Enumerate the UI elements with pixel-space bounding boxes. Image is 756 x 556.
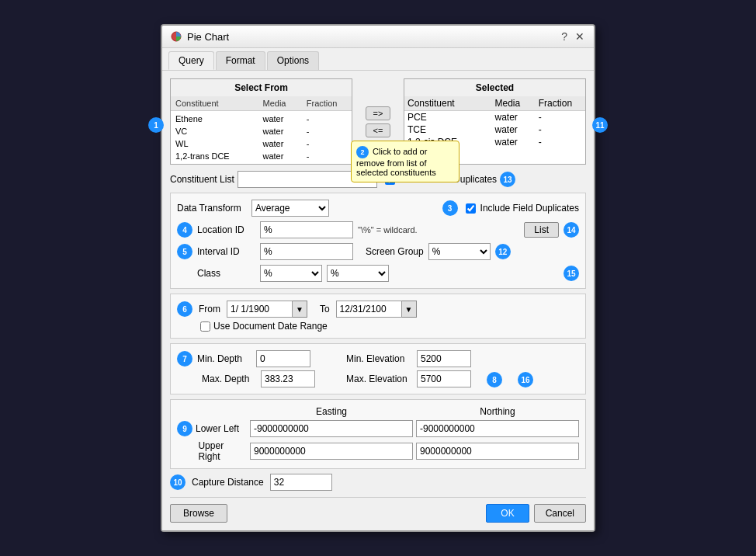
easting-label: Easting <box>250 406 413 417</box>
cancel-button[interactable]: Cancel <box>534 504 586 523</box>
sel-row-media: water <box>495 137 539 148</box>
upper-right-easting-input[interactable] <box>250 443 413 460</box>
min-depth-row: 7 Min. Depth <box>177 350 315 367</box>
screen-group-select[interactable]: % <box>428 243 491 260</box>
include-fd-label2: Include Field Duplicates <box>480 203 579 214</box>
use-doc-range-row: Use Document Date Range <box>177 321 579 332</box>
sel-row-constituent: TCE <box>407 124 495 135</box>
title-controls: ? ✕ <box>560 31 586 42</box>
min-elevation-input[interactable] <box>417 350 471 367</box>
bottom-buttons: Browse OK Cancel <box>170 497 586 523</box>
list-button[interactable]: List <box>524 222 559 238</box>
row-constituent: 1,2-trans DCE <box>174 151 262 162</box>
badge-16: 16 <box>518 372 533 387</box>
badge-4: 4 <box>177 222 192 238</box>
capture-distance-row: 10 Capture Distance <box>170 474 586 491</box>
include-field-duplicates-checkbox2[interactable] <box>466 203 476 214</box>
min-elev-row: Min. Elevation <box>346 350 471 367</box>
add-arrow-button[interactable]: => <box>366 106 390 120</box>
ok-button[interactable]: OK <box>486 504 529 523</box>
table-row[interactable]: TCE water - <box>404 123 585 136</box>
capture-distance-label: Capture Distance <box>192 477 264 488</box>
from-date-input[interactable] <box>227 301 293 318</box>
min-elev-label: Min. Elevation <box>346 353 412 364</box>
to-date-input[interactable] <box>336 301 402 318</box>
badge-2: 2 <box>356 146 369 158</box>
capture-distance-input[interactable] <box>270 474 332 491</box>
badge-13: 13 <box>500 172 515 187</box>
arrow-controls: => <= 2 Click to add or remove from list… <box>359 78 397 165</box>
min-depth-input[interactable] <box>256 350 310 367</box>
browse-button[interactable]: Browse <box>170 504 227 523</box>
class-select-1[interactable]: % <box>260 265 322 282</box>
col-media: Media <box>262 98 305 109</box>
date-row: 6 From ▼ To ▼ <box>177 301 579 318</box>
select-from-table-header: Constituent Media Fraction <box>171 96 352 111</box>
max-depth-input[interactable] <box>261 370 315 387</box>
max-elev-label: Max. Elevation <box>346 374 412 384</box>
title-bar-left: Pie Chart <box>170 30 229 43</box>
location-id-input[interactable] <box>260 221 353 238</box>
badge-12: 12 <box>495 244 511 259</box>
lower-left-northing-input[interactable] <box>416 420 579 437</box>
row-constituent: VC <box>174 126 262 137</box>
dialog-title: Pie Chart <box>187 31 229 43</box>
col-fraction: Fraction <box>305 98 349 109</box>
table-row[interactable]: WL water - <box>171 137 352 150</box>
class-row: Class % % 15 <box>177 265 579 282</box>
row-media: water <box>262 138 305 149</box>
badge-14: 14 <box>564 222 579 238</box>
pie-chart-icon <box>170 30 182 43</box>
upper-right-label-wrap: Upper Right <box>177 440 247 462</box>
max-elev-row: Max. Elevation <box>346 370 471 387</box>
data-transform-row: Data Transform Average Sum Max Min 3 Inc… <box>177 200 579 217</box>
data-transform-select[interactable]: Average Sum Max Min <box>251 200 329 217</box>
table-row[interactable]: 1,2-trans DCE water - <box>171 150 352 162</box>
badge-3: 3 <box>442 200 458 216</box>
max-depth-label: Max. Depth <box>202 374 256 384</box>
coords-empty <box>177 406 247 417</box>
tooltip-box: 2 Click to add or remove from list of se… <box>351 141 459 182</box>
interval-id-input[interactable] <box>260 243 353 260</box>
lower-left-row: 9 Lower Left <box>177 420 579 437</box>
tab-options[interactable]: Options <box>267 51 319 70</box>
constituent-list-label: Constituent List <box>170 174 234 185</box>
use-doc-range-checkbox[interactable] <box>200 321 210 332</box>
badge-10: 10 <box>170 474 186 490</box>
lower-left-label: Lower Left <box>196 423 239 434</box>
help-button[interactable]: ? <box>560 31 569 42</box>
to-date-wrapper: ▼ <box>336 301 417 318</box>
row-media: water <box>262 126 305 137</box>
data-transform-label: Data Transform <box>177 203 247 214</box>
wildcard-text: "\%" = wildcard. <box>358 225 418 235</box>
min-depth-label: Min. Depth <box>197 353 251 364</box>
badge-6: 6 <box>177 301 192 317</box>
from-date-picker-button[interactable]: ▼ <box>293 301 307 318</box>
table-row[interactable]: PCE water - <box>404 111 585 123</box>
table-row[interactable]: VC water - <box>171 125 352 137</box>
tab-bar: Query Format Options <box>162 48 594 71</box>
max-elevation-input[interactable] <box>417 370 471 387</box>
tab-query[interactable]: Query <box>168 51 214 70</box>
sel-row-fraction: - <box>539 124 582 135</box>
select-from-header: Select From <box>171 79 352 96</box>
screen-group-label: Screen Group <box>366 246 424 257</box>
lower-left-easting-input[interactable] <box>250 420 413 437</box>
depth-elevation-row: 7 Min. Depth Max. Depth Min. Elevation <box>177 350 579 387</box>
class-label: Class <box>197 268 255 279</box>
tab-format[interactable]: Format <box>216 51 265 70</box>
badge-8: 8 <box>487 372 502 387</box>
upper-right-northing-input[interactable] <box>416 443 579 460</box>
to-label: To <box>320 304 330 314</box>
to-date-picker-button[interactable]: ▼ <box>402 301 417 318</box>
table-row[interactable]: Ethene water - <box>171 113 352 125</box>
date-range-section: 6 From ▼ To ▼ Use Document Date Range <box>170 294 586 339</box>
remove-arrow-button[interactable]: <= <box>366 123 390 137</box>
filters-section: Data Transform Average Sum Max Min 3 Inc… <box>170 193 586 289</box>
northing-label: Northing <box>416 406 579 417</box>
depth-elevation-section: 7 Min. Depth Max. Depth Min. Elevation <box>170 343 586 394</box>
selected-header: Selected <box>404 79 585 96</box>
close-button[interactable]: ✕ <box>574 31 586 42</box>
max-depth-row: Max. Depth <box>177 370 315 387</box>
class-select-2[interactable]: % <box>327 265 389 282</box>
